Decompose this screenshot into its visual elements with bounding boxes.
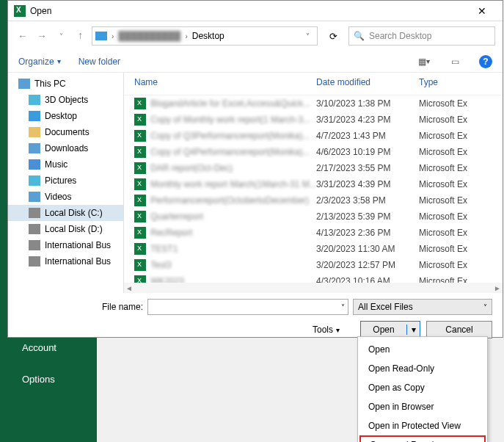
menu-item-open-as-copy[interactable]: Open as Copy [358, 378, 487, 397]
file-row[interactable]: RecReport4/13/2023 2:36 PMMicrosoft Ex [124, 225, 503, 241]
file-type: Microsoft Ex [419, 195, 503, 206]
view-options-button[interactable]: ▦ ▾ [417, 55, 431, 68]
scroll-right-icon[interactable]: ► [494, 284, 501, 292]
path-sep-icon: › [112, 32, 114, 40]
excel-file-icon [134, 243, 146, 255]
file-row[interactable]: TEST13/20/2023 11:30 AMMicrosoft Ex [124, 241, 503, 257]
scroll-left-icon[interactable]: ◄ [125, 284, 133, 292]
file-date: 3/31/2023 4:23 PM [316, 115, 419, 125]
file-date: 2/17/2023 3:55 PM [316, 163, 419, 173]
excel-file-icon [134, 146, 146, 158]
excel-file-icon [134, 211, 146, 222]
forward-button[interactable]: → [34, 29, 49, 43]
file-type-filter[interactable]: All Excel Files˅ [353, 299, 492, 315]
search-box[interactable]: 🔍 Search Desktop [348, 26, 495, 46]
file-name: TEST1 [150, 244, 178, 254]
open-dialog: Open ✕ ← → ˅ → › ██████████ › Desktop ˅ … [7, 0, 503, 338]
file-row[interactable]: Copy of Q3Performancereport(Monika)...4/… [124, 128, 503, 144]
search-icon: 🔍 [354, 31, 365, 41]
file-date: 3/20/2023 11:30 AM [316, 244, 419, 254]
back-button[interactable]: ← [15, 29, 30, 43]
tools-menu[interactable]: Tools▾ [313, 325, 340, 335]
menu-item-open-and-repair-[interactable]: Open and Repair... [359, 435, 486, 442]
col-name[interactable]: Name [134, 77, 316, 87]
file-type: Microsoft Ex [419, 260, 503, 270]
close-button[interactable]: ✕ [467, 5, 497, 17]
refresh-button[interactable]: ⟳ [325, 28, 341, 44]
tree-item-pictures[interactable]: Pictures [8, 173, 123, 189]
file-date: 2/13/2023 5:39 PM [316, 211, 419, 222]
tree-item-international-bus[interactable]: International Bus [8, 237, 123, 253]
file-row[interactable]: Performancereport(OctobertoDecember)2/3/… [124, 192, 503, 209]
folder-icon [29, 143, 40, 153]
folder-icon [29, 111, 40, 121]
filename-input[interactable]: ˅ [147, 299, 348, 315]
file-date: 2/3/2023 3:58 PM [316, 195, 419, 206]
col-date[interactable]: Date modified [316, 77, 419, 87]
file-date: 4/6/2023 10:19 PM [316, 147, 419, 157]
help-button[interactable]: ? [479, 55, 492, 68]
file-row[interactable]: BlogandArticle for Excel,Access&Quick...… [124, 95, 503, 112]
file-name: Test3 [150, 260, 172, 270]
file-date: 3/20/2023 12:57 PM [316, 260, 419, 270]
path-segment[interactable]: Desktop [192, 31, 224, 41]
file-type: Microsoft Ex [419, 98, 503, 109]
tree-item-videos[interactable]: Videos [8, 189, 123, 205]
file-type: Microsoft Ex [419, 147, 503, 157]
file-row[interactable]: Monthly work report March(1March-31 M...… [124, 176, 503, 192]
folder-icon [18, 79, 30, 89]
file-date: 4/7/2023 1:43 PM [316, 131, 419, 141]
menu-item-open-in-protected-view[interactable]: Open in Protected View [358, 416, 487, 435]
nav-tree[interactable]: This PC3D ObjectsDesktopDocumentsDownloa… [8, 73, 124, 293]
path-sep-icon: › [185, 32, 187, 40]
horizontal-scrollbar[interactable]: ◄► [124, 283, 503, 293]
up-button[interactable]: → [73, 29, 87, 43]
file-row[interactable]: Quarterreport2/13/2023 5:39 PMMicrosoft … [124, 209, 503, 225]
folder-icon [29, 95, 40, 105]
excel-file-icon [134, 98, 146, 109]
file-type: Microsoft Ex [419, 131, 503, 141]
open-dropdown-button[interactable]: ▾ [406, 325, 420, 335]
file-name: BlogandArticle for Excel,Access&Quick... [150, 98, 310, 109]
filename-dropdown-icon[interactable]: ˅ [341, 303, 345, 311]
menu-item-open[interactable]: Open [358, 340, 487, 359]
file-row[interactable]: Copy of Q4Performancereport(Monika)...4/… [124, 144, 503, 160]
file-row[interactable]: Copy of Monthly work report(1 March-3...… [124, 112, 503, 128]
file-type: Microsoft Ex [419, 115, 503, 125]
organize-menu[interactable]: Organize▾ [18, 57, 61, 67]
file-name: RecReport [150, 228, 192, 238]
filename-label: File name: [18, 302, 143, 312]
file-list[interactable]: Name Date modified Type BlogandArticle f… [124, 73, 503, 293]
file-row[interactable]: Test33/20/2023 12:57 PMMicrosoft Ex [124, 257, 503, 273]
excel-file-icon [134, 114, 146, 126]
menu-item-open-read-only[interactable]: Open Read-Only [358, 359, 487, 378]
col-type[interactable]: Type [419, 77, 503, 87]
excel-file-icon [134, 162, 146, 174]
tree-item-desktop[interactable]: Desktop [8, 108, 123, 124]
path-dropdown-icon[interactable]: ˅ [302, 32, 314, 40]
tree-item-international-bus[interactable]: International Bus [8, 253, 123, 269]
tree-item-3d-objects[interactable]: 3D Objects [8, 92, 123, 108]
backstage-options[interactable]: Options [9, 363, 97, 395]
path-segment-blurred: ██████████ [118, 31, 180, 41]
tree-item-local-disk-c-[interactable]: Local Disk (C:) [8, 205, 123, 221]
preview-pane-button[interactable]: ▭ [448, 55, 461, 68]
column-headers[interactable]: Name Date modified Type [124, 73, 503, 95]
file-name: Monthly work report March(1March-31 M... [150, 179, 316, 189]
file-name: Quarterreport [150, 211, 203, 222]
excel-icon [14, 5, 26, 17]
new-folder-button[interactable]: New folder [78, 57, 120, 67]
tree-item-documents[interactable]: Documents [8, 124, 123, 140]
tree-item-this-pc[interactable]: This PC [8, 76, 123, 92]
menu-item-open-in-browser[interactable]: Open in Browser [358, 397, 487, 416]
tree-item-downloads[interactable]: Downloads [8, 140, 123, 156]
tree-item-local-disk-d-[interactable]: Local Disk (D:) [8, 221, 123, 237]
tree-item-music[interactable]: Music [8, 156, 123, 173]
dialog-body: This PC3D ObjectsDesktopDocumentsDownloa… [8, 73, 503, 293]
recent-dropdown[interactable]: ˅ [54, 29, 68, 43]
file-name: DAR report(Oct-Dec) [150, 163, 233, 173]
titlebar: Open ✕ [8, 1, 503, 21]
address-bar[interactable]: › ██████████ › Desktop ˅ [92, 26, 318, 46]
file-type: Microsoft Ex [419, 163, 503, 173]
file-row[interactable]: DAR report(Oct-Dec)2/17/2023 3:55 PMMicr… [124, 160, 503, 176]
